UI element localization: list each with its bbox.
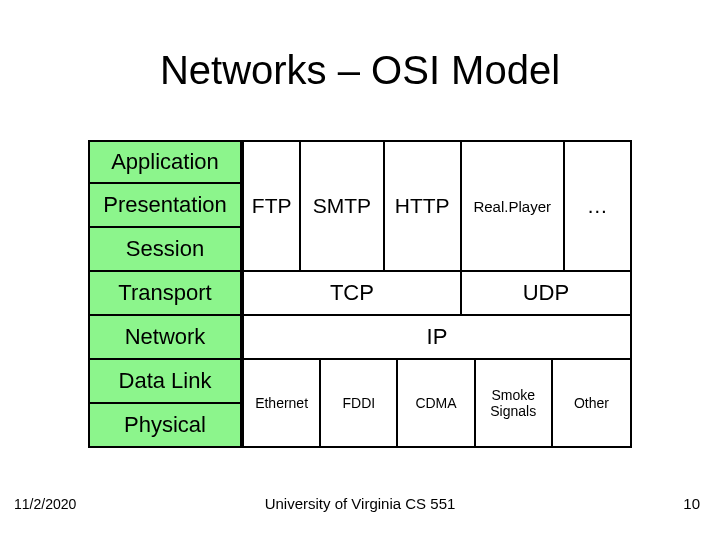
protocol-smoke-signals: SmokeSignals <box>476 360 553 446</box>
layer-datalink: Data Link <box>88 360 242 404</box>
protocol-ellipsis: … <box>565 142 630 270</box>
protocol-cdma: CDMA <box>398 360 475 446</box>
slide-title: Networks – OSI Model <box>0 48 720 93</box>
layer-network: Network <box>88 316 242 360</box>
network-protocol-block: IP <box>242 314 632 360</box>
layer-physical: Physical <box>88 404 242 448</box>
layer-session: Session <box>88 228 242 272</box>
link-protocols-block: Ethernet FDDI CDMA SmokeSignals Other <box>242 358 632 448</box>
protocol-other: Other <box>553 360 630 446</box>
protocol-smtp: SMTP <box>301 142 384 270</box>
layer-presentation: Presentation <box>88 184 242 228</box>
layer-transport: Transport <box>88 272 242 316</box>
protocol-fddi: FDDI <box>321 360 398 446</box>
application-protocols-block: FTP SMTP HTTP Real.Player … <box>242 140 632 272</box>
protocol-tcp: TCP <box>244 272 462 314</box>
footer-page-number: 10 <box>683 495 700 512</box>
protocol-ethernet: Ethernet <box>244 360 321 446</box>
layer-application: Application <box>88 140 242 184</box>
transport-protocols-block: TCP UDP <box>242 270 632 316</box>
footer-source: University of Virginia CS 551 <box>0 495 720 512</box>
protocol-http: HTTP <box>385 142 462 270</box>
protocol-ftp: FTP <box>244 142 301 270</box>
protocol-udp: UDP <box>462 272 630 314</box>
protocol-realplayer: Real.Player <box>462 142 565 270</box>
osi-layer-column: Application Presentation Session Transpo… <box>88 140 242 448</box>
